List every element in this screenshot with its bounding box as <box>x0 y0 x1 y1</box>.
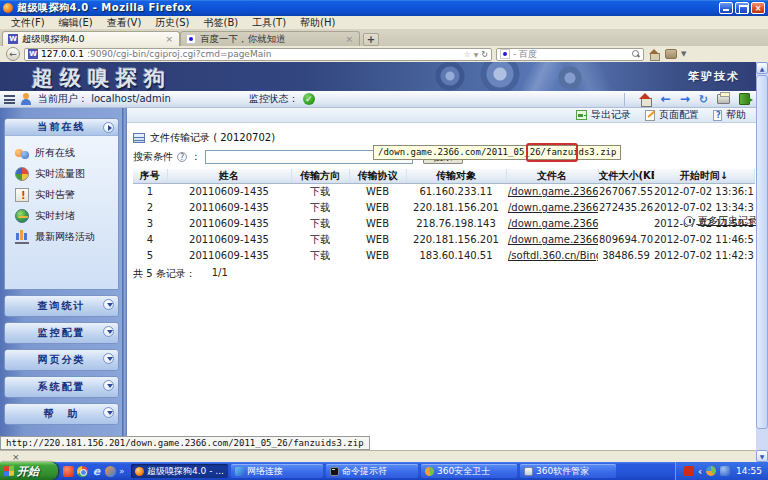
menu-history[interactable]: 历史(S) <box>148 16 196 30</box>
logout-icon[interactable] <box>739 93 750 105</box>
help-circle-icon[interactable]: ? <box>177 152 187 162</box>
taskbar-window-360soft[interactable]: 360软件管家 <box>520 464 616 478</box>
sidebar-item-latest-activity[interactable]: 最新网络活动 <box>15 226 118 247</box>
menu-tools[interactable]: 工具(T) <box>245 16 293 30</box>
scroll-up-button[interactable]: ▲ <box>756 62 768 74</box>
panel-monitor-config[interactable]: 监控配置 <box>4 322 119 344</box>
help-link[interactable]: 帮助 <box>713 108 746 122</box>
scrollbar-thumb[interactable] <box>756 75 768 429</box>
new-tab-button[interactable]: + <box>363 33 379 46</box>
search-icon[interactable] <box>632 50 640 58</box>
col-filename[interactable]: 文件名 <box>506 169 598 184</box>
sidebar-item-all-online[interactable]: 所有在线 <box>15 142 118 163</box>
start-button[interactable]: 开始 <box>0 462 58 480</box>
tray-app-icon[interactable] <box>684 466 694 476</box>
menu-edit[interactable]: 编辑(E) <box>52 16 100 30</box>
quicklaunch-expand-icon[interactable]: » <box>119 466 125 476</box>
taskbar-window-firefox[interactable]: 超级嗅探狗4.0 - ... <box>131 464 228 478</box>
tab-label: 超级嗅探狗4.0 <box>22 33 160 46</box>
url-bar[interactable]: W 127.0.0.1 :9090/cgi-bin/cgiproj.cgi?cm… <box>24 48 492 61</box>
taskbar-window-network[interactable]: 网络连接 <box>231 464 323 478</box>
col-target[interactable]: 传输对象 <box>406 169 506 184</box>
taskbar-window-cmd[interactable]: 命令提示符 <box>326 464 418 478</box>
scroll-down-button[interactable]: ▼ <box>756 450 768 462</box>
vertical-scrollbar[interactable]: ▲ ▼ <box>756 62 768 462</box>
col-starttime[interactable]: 开始时间↓ <box>654 169 754 184</box>
app-home-icon[interactable] <box>639 94 652 105</box>
baidu-search-icon <box>500 49 510 59</box>
back-button[interactable]: ← <box>6 47 20 61</box>
tab-sniffer[interactable]: W 超级嗅探狗4.0 × <box>2 31 180 46</box>
home-button-icon[interactable] <box>648 49 661 60</box>
panel-collapse-button[interactable] <box>103 299 114 310</box>
globe-icon <box>15 209 29 223</box>
menu-toggle-icon[interactable] <box>4 95 15 104</box>
url-host: 127.0.0.1 <box>41 49 84 59</box>
panel-collapse-button[interactable] <box>103 380 114 391</box>
tab-close-icon[interactable]: × <box>164 34 174 44</box>
tray-chevron-icon[interactable]: ‹ <box>698 466 702 477</box>
tray-360-icon[interactable] <box>706 466 716 476</box>
app-forward-icon[interactable]: → <box>680 94 690 105</box>
taskbar-window-360safe[interactable]: 360安全卫士 <box>421 464 517 478</box>
col-direction[interactable]: 传输方向 <box>291 169 349 184</box>
chrome-icon[interactable] <box>77 466 88 477</box>
menu-bookmarks[interactable]: 书签(B) <box>197 16 246 30</box>
ie-icon[interactable]: e <box>91 466 102 477</box>
clock-icon <box>684 216 694 226</box>
restore-button[interactable] <box>735 2 749 14</box>
360-safe-icon <box>425 467 434 476</box>
url-dropdown-icon[interactable]: ▼ <box>474 51 479 58</box>
file-link[interactable]: /softdl.360.cn/BingDict/BingDi... <box>506 248 598 264</box>
print-icon[interactable] <box>717 94 730 104</box>
command-prompt-icon <box>330 467 339 476</box>
panel-collapse-button[interactable] <box>103 353 114 364</box>
sidebar-item-realtime-traffic[interactable]: 实时流量图 <box>15 163 118 184</box>
reload-icon[interactable]: ↻ <box>481 50 488 59</box>
menu-file[interactable]: 文件(F) <box>4 16 52 30</box>
export-records-link[interactable]: 导出记录 <box>576 108 631 122</box>
panel-web-category[interactable]: 网页分类 <box>4 349 119 371</box>
panel-header-current-online[interactable]: 当前在线 <box>5 119 118 136</box>
current-user: 当前用户： localhost/admin <box>38 92 171 106</box>
more-history-link[interactable]: 更多历史记录 <box>684 214 758 228</box>
panel-help[interactable]: 帮 助 <box>4 403 119 425</box>
bookmark-star-icon[interactable]: ☆ <box>464 50 471 59</box>
menu-help[interactable]: 帮助(H) <box>293 16 342 30</box>
file-link[interactable]: /down.game.2366.com/2011_... <box>506 184 598 200</box>
col-index[interactable]: 序号 <box>133 169 167 184</box>
app-refresh-icon[interactable]: ↻ <box>699 94 708 105</box>
sidebar-item-realtime-alert[interactable]: 实时告警 <box>15 184 118 205</box>
col-name[interactable]: 姓名 <box>167 169 291 184</box>
system-tray: ‹ 14:55 <box>675 462 768 480</box>
col-filesize[interactable]: 文件大小(KB) <box>598 169 654 184</box>
panel-expand-button[interactable] <box>103 122 114 133</box>
panel-collapse-button[interactable] <box>103 326 114 337</box>
pencil-icon <box>645 110 655 121</box>
app-favicon: W <box>28 49 38 59</box>
quicklaunch-app-icon[interactable] <box>63 466 74 477</box>
sidebar-item-realtime-block[interactable]: 实时封堵 <box>15 205 118 226</box>
panel-collapse-button[interactable] <box>103 407 114 418</box>
app-back-icon[interactable]: ← <box>661 94 671 105</box>
close-button[interactable]: × <box>751 2 765 14</box>
col-protocol[interactable]: 传输协议 <box>349 169 406 184</box>
panel-system-config[interactable]: 系统配置 <box>4 376 119 398</box>
media-player-icon[interactable] <box>105 466 116 477</box>
file-link[interactable]: /down.game.2366.com/2011_... <box>506 200 598 216</box>
tabbar: W 超级嗅探狗4.0 × 百度一下，你就知道 × + <box>0 30 768 46</box>
tray-network-icon[interactable] <box>720 466 730 476</box>
tab-baidu[interactable]: 百度一下，你就知道 × <box>180 31 360 46</box>
minimize-button[interactable] <box>719 2 733 14</box>
menu-view[interactable]: 查看(V) <box>100 16 149 30</box>
chevron-down-icon[interactable]: ▼ <box>681 50 686 58</box>
findbar-close-icon[interactable]: × <box>12 452 20 462</box>
file-link-hovered[interactable]: /down.game.2366.com/2011_... <box>506 216 598 232</box>
panel-query-stats[interactable]: 查询统计 <box>4 295 119 317</box>
bookmarks-button-icon[interactable] <box>665 49 677 59</box>
file-link[interactable]: /down.game.2366.com/2011_... <box>506 232 598 248</box>
status-ok-icon: ✓ <box>303 93 315 105</box>
browser-search-box[interactable]: - 百度 <box>496 48 644 61</box>
page-config-link[interactable]: 页面配置 <box>645 108 699 122</box>
tab-close-icon[interactable]: × <box>344 34 354 44</box>
